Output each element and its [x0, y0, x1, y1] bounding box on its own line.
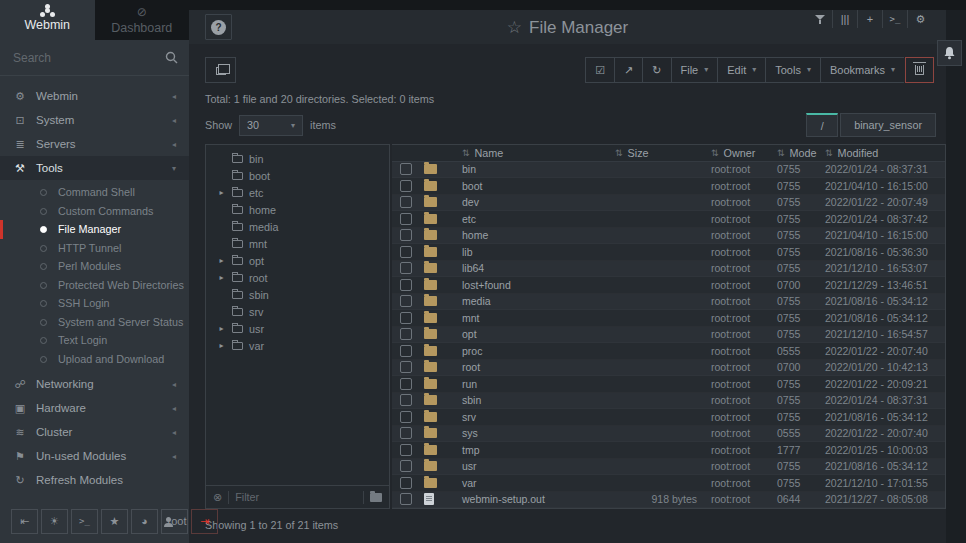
row-checkbox[interactable] [400, 180, 412, 192]
row-checkbox[interactable] [400, 295, 412, 307]
table-row-home[interactable]: homeroot:root07552021/04/10 - 16:15:00 [392, 228, 945, 245]
sidebar-item-system-and-server-status[interactable]: System and Server Status [0, 313, 189, 332]
tree-item-usr[interactable]: ▸usr [206, 320, 389, 337]
sidebar-item-hardware[interactable]: ▣Hardware◂ [0, 396, 189, 420]
row-checkbox[interactable] [400, 262, 412, 274]
table-row-opt[interactable]: optroot:root07552021/12/10 - 16:54:57 [392, 327, 945, 344]
file-name[interactable]: usr [462, 460, 477, 472]
table-row-proc[interactable]: procroot:root05552022/01/22 - 20:07:40 [392, 343, 945, 360]
file-name[interactable]: etc [462, 213, 476, 225]
expand-caret-icon[interactable]: ▸ [217, 257, 226, 265]
tree-item-var[interactable]: ▸var [206, 337, 389, 354]
user-button[interactable]: root [161, 509, 188, 534]
notifications-button[interactable] [937, 40, 962, 66]
logout-button[interactable]: ⇥ [191, 509, 218, 534]
sidebar-item-protected-web-directories[interactable]: Protected Web Directories [0, 276, 189, 295]
menu-file-button[interactable]: File▾ [671, 57, 718, 83]
row-checkbox[interactable] [400, 444, 412, 456]
file-name[interactable]: srv [462, 411, 476, 423]
row-checkbox[interactable] [400, 312, 412, 324]
row-checkbox[interactable] [400, 345, 412, 357]
table-row-media[interactable]: mediaroot:root07552021/08/16 - 05:34:12 [392, 294, 945, 311]
file-name[interactable]: lib64 [462, 262, 484, 274]
sidebar-item-text-login[interactable]: Text Login [0, 331, 189, 350]
sidebar-item-ssh-login[interactable]: SSH Login [0, 294, 189, 313]
column-header-size[interactable]: ⇅Size [615, 145, 711, 161]
delete-button[interactable] [905, 57, 934, 83]
row-checkbox[interactable] [400, 279, 412, 291]
select-all-button[interactable]: ☑ [585, 57, 614, 83]
table-row-mnt[interactable]: mntroot:root07552021/08/16 - 05:34:12 [392, 310, 945, 327]
row-checkbox[interactable] [400, 246, 412, 258]
terminal-button[interactable]: >_ [71, 509, 98, 534]
column-header-modified[interactable]: ⇅Modified [825, 145, 945, 161]
sidebar-item-perl-modules[interactable]: Perl Modules [0, 257, 189, 276]
tree-item-srv[interactable]: srv [206, 303, 389, 320]
table-row-lib64[interactable]: lib64root:root07552021/12/10 - 16:53:07 [392, 261, 945, 278]
tree-item-media[interactable]: media [206, 218, 389, 235]
tree-item-boot[interactable]: boot [206, 167, 389, 184]
filter-button[interactable] [808, 10, 833, 28]
table-row-lost-found[interactable]: lost+foundroot:root07002021/12/29 - 13:4… [392, 277, 945, 294]
columns-button[interactable]: ||| [833, 10, 858, 28]
sidebar-item-http-tunnel[interactable]: HTTP Tunnel [0, 239, 189, 258]
row-checkbox[interactable] [400, 460, 412, 472]
table-row-bin[interactable]: binroot:root07552022/01/24 - 08:37:31 [392, 162, 945, 179]
table-row-boot[interactable]: bootroot:root07552021/04/10 - 16:15:00 [392, 178, 945, 195]
tree-filter-input[interactable] [235, 491, 357, 503]
expand-caret-icon[interactable]: ▸ [217, 274, 226, 282]
file-name[interactable]: media [462, 295, 491, 307]
tree-item-etc[interactable]: ▸etc [206, 184, 389, 201]
sidebar-item-custom-commands[interactable]: Custom Commands [0, 202, 189, 221]
table-row-root[interactable]: rootroot:root07002022/01/20 - 10:42:13 [392, 360, 945, 377]
sidebar-item-refresh-modules[interactable]: ↻Refresh Modules [0, 468, 189, 492]
menu-tools-button[interactable]: Tools▾ [765, 57, 820, 83]
row-checkbox[interactable] [400, 196, 412, 208]
table-row-lib[interactable]: libroot:root07552021/08/16 - 05:36:30 [392, 244, 945, 261]
row-checkbox[interactable] [400, 394, 412, 406]
tab-webmin[interactable]: Webmin [0, 0, 95, 40]
sidebar-item-un-used-modules[interactable]: ⚑Un-used Modules◂ [0, 444, 189, 468]
file-name[interactable]: sbin [462, 394, 481, 406]
row-checkbox[interactable] [400, 493, 412, 505]
breadcrumb-root[interactable]: / [806, 113, 838, 137]
row-checkbox[interactable] [400, 361, 412, 373]
breadcrumb-current[interactable]: binary_sensor [840, 113, 936, 137]
row-checkbox[interactable] [400, 477, 412, 489]
file-name[interactable]: proc [462, 345, 482, 357]
file-name[interactable]: lib [462, 246, 473, 258]
row-checkbox[interactable] [400, 229, 412, 241]
clone-tab-button[interactable] [205, 57, 236, 83]
tree-item-root[interactable]: ▸root [206, 269, 389, 286]
table-row-usr[interactable]: usrroot:root07552021/08/16 - 05:34:12 [392, 459, 945, 476]
share-button[interactable]: ↗ [614, 57, 642, 83]
file-name[interactable]: boot [462, 180, 482, 192]
help-button[interactable]: ? [205, 14, 232, 40]
file-name[interactable]: dev [462, 196, 479, 208]
collapse-sidebar-button[interactable]: ⇤ [11, 509, 38, 534]
table-row-srv[interactable]: srvroot:root07552021/08/16 - 05:34:12 [392, 409, 945, 426]
tree-item-home[interactable]: home [206, 201, 389, 218]
file-name[interactable]: mnt [462, 312, 480, 324]
table-row-webmin-setup-out[interactable]: webmin-setup.out918 bytesroot:root064420… [392, 492, 945, 509]
table-row-dev[interactable]: devroot:root07552022/01/22 - 20:07:49 [392, 195, 945, 212]
table-row-sys[interactable]: sysroot:root05552022/01/22 - 20:07:40 [392, 426, 945, 443]
tree-item-mnt[interactable]: mnt [206, 235, 389, 252]
table-row-sbin[interactable]: sbinroot:root07552022/01/24 - 08:37:31 [392, 393, 945, 410]
expand-caret-icon[interactable]: ▸ [217, 325, 226, 333]
tree-item-sbin[interactable]: sbin [206, 286, 389, 303]
sidebar-item-cluster[interactable]: ≋Cluster◂ [0, 420, 189, 444]
sidebar-item-upload-and-download[interactable]: Upload and Download [0, 350, 189, 369]
tab-dashboard[interactable]: ⊘ Dashboard [95, 0, 190, 40]
row-checkbox[interactable] [400, 427, 412, 439]
row-checkbox[interactable] [400, 328, 412, 340]
row-checkbox[interactable] [400, 213, 412, 225]
menu-edit-button[interactable]: Edit▾ [717, 57, 765, 83]
language-button[interactable]: ◕ [131, 509, 158, 534]
table-row-etc[interactable]: etcroot:root07552022/01/24 - 08:37:42 [392, 211, 945, 228]
file-name[interactable]: tmp [462, 444, 480, 456]
column-header-name[interactable]: ⇅Name [450, 145, 615, 161]
column-header-mode[interactable]: ⇅Mode [777, 145, 825, 161]
file-name[interactable]: var [462, 477, 477, 489]
file-name[interactable]: run [462, 378, 477, 390]
